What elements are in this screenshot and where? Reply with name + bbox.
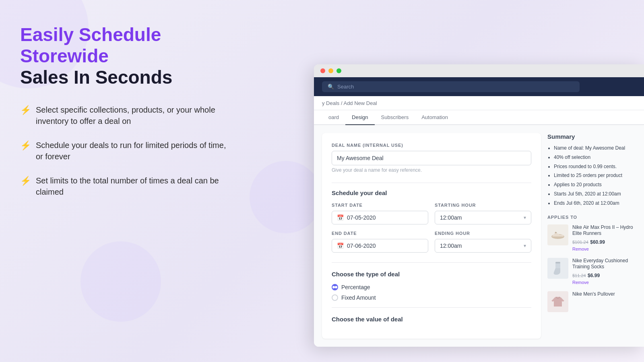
deal-name-group: DEAL NAME (INTERNAL USE) Give your deal … — [332, 143, 531, 173]
product-old-price-1: $101.24 — [572, 240, 588, 245]
deal-name-hint: Give your deal a name for easy reference… — [332, 167, 531, 173]
calendar-icon-end: 📅 — [337, 243, 344, 249]
remove-button-2[interactable]: Remove — [572, 280, 636, 285]
starting-hour-label: Starting Hour — [435, 203, 531, 208]
search-bar[interactable]: 🔍 Search — [322, 81, 580, 92]
radio-fixed-amount[interactable]: Fixed Amount — [332, 294, 531, 301]
product-old-price-2: $11.24 — [572, 273, 586, 278]
tab-bar: oard Design Subscribers Automation — [314, 110, 644, 125]
start-date-value: 07-05-2020 — [347, 214, 376, 221]
starting-hour-group: Starting Hour 12:00am ▾ — [435, 203, 531, 224]
svg-rect-2 — [555, 262, 560, 263]
feature-text-3: Set limits to the total number of times … — [36, 175, 229, 197]
tab-board[interactable]: oard — [322, 110, 345, 125]
feature-text-2: Schedule your deals to run for limited p… — [36, 140, 229, 162]
radio-percentage[interactable]: Percentage — [332, 284, 531, 290]
product-info-1: Nike Air Max Pros II – Hydro Elite Runne… — [572, 224, 636, 251]
lightning-icon-3: ⚡ — [20, 176, 31, 186]
end-date-value: 07-06-2020 — [347, 243, 376, 249]
chevron-down-icon-2: ▾ — [524, 243, 526, 249]
product-item-3: Nike Men's Pullover — [547, 291, 636, 312]
title-line-2: Sales In Seconds — [20, 67, 172, 88]
product-pricing-1: $101.24 $60.99 — [572, 238, 636, 245]
product-item-1: Nike Air Max Pros II – Hydro Elite Runne… — [547, 224, 636, 251]
ending-hour-value: 12:00am — [440, 243, 462, 249]
start-date-label: Start Date — [332, 203, 428, 208]
product-item-2: Nike Everyday Cushioned Training Socks $… — [547, 258, 636, 285]
applies-to-title: APPLIES TO — [547, 215, 636, 220]
radio-circle-percentage — [332, 284, 338, 290]
radio-label-fixed: Fixed Amount — [341, 294, 376, 301]
chevron-down-icon-1: ▾ — [524, 215, 526, 220]
product-pricing-2: $11.24 $6.99 — [572, 272, 636, 279]
window-minimize-dot[interactable] — [328, 68, 333, 73]
summary-panel: Summary Name of deal: My Awesome Deal 40… — [547, 133, 636, 339]
bg-decoration-3 — [250, 161, 322, 233]
window-maximize-dot[interactable] — [336, 68, 341, 73]
summary-item-5: Applies to 20 products — [554, 181, 636, 188]
feature-text-1: Select specific collections, products, o… — [36, 104, 229, 127]
summary-title: Summary — [547, 133, 636, 140]
nav-bar: 🔍 Search — [314, 77, 644, 96]
lightning-icon-2: ⚡ — [20, 140, 31, 151]
start-date-input[interactable]: 📅 07-05-2020 — [332, 211, 428, 224]
summary-list: Name of deal: My Awesome Deal 40% off se… — [547, 145, 636, 207]
breadcrumb-bar: y Deals / Add New Deal — [314, 96, 644, 110]
deal-value-section: Choose the value of deal — [332, 316, 531, 323]
product-info-3: Nike Men's Pullover — [572, 291, 636, 299]
product-thumb-3 — [547, 291, 568, 312]
window-close-dot[interactable] — [320, 68, 325, 73]
product-name-1: Nike Air Max Pros II – Hydro Elite Runne… — [572, 224, 636, 237]
deal-value-title: Choose the value of deal — [332, 316, 531, 323]
calendar-icon-start: 📅 — [337, 214, 344, 221]
feature-item-1: ⚡ Select specific collections, products,… — [20, 104, 229, 127]
product-new-price-1: $60.99 — [590, 239, 605, 245]
deal-type-section: Choose the type of deal Percentage Fixed… — [332, 271, 531, 301]
summary-item-4: Limited to 25 orders per product — [554, 172, 636, 179]
remove-button-1[interactable]: Remove — [572, 247, 636, 251]
tab-automation[interactable]: Automation — [415, 110, 454, 125]
summary-item-2: 40% off selection — [554, 154, 636, 161]
browser-chrome — [314, 64, 644, 77]
ending-hour-select[interactable]: 12:00am ▾ — [435, 239, 531, 253]
radio-circle-fixed — [332, 294, 338, 301]
content-area: DEAL NAME (INTERNAL USE) Give your deal … — [314, 125, 644, 347]
summary-item-6: Starts Jul 5th, 2020 at 12:00am — [554, 191, 636, 197]
schedule-grid: Start Date 📅 07-05-2020 Starting Hour 12… — [332, 203, 531, 253]
lightning-icon-1: ⚡ — [20, 105, 31, 115]
breadcrumb: y Deals / Add New Deal — [322, 100, 377, 106]
ending-hour-group: Ending Hour 12:00am ▾ — [435, 231, 531, 253]
product-name-3: Nike Men's Pullover — [572, 291, 636, 298]
feature-item-3: ⚡ Set limits to the total number of time… — [20, 175, 229, 197]
left-panel: Easily Schedule Storewide Sales In Secon… — [0, 0, 250, 362]
deal-name-label: DEAL NAME (INTERNAL USE) — [332, 143, 531, 148]
tab-design[interactable]: Design — [345, 110, 374, 125]
product-new-price-2: $6.99 — [588, 273, 600, 278]
radio-dot-percentage — [332, 286, 335, 288]
ending-hour-label: Ending Hour — [435, 231, 531, 236]
deal-name-input[interactable] — [332, 151, 531, 165]
title-line-1: Easily Schedule Storewide — [20, 24, 161, 66]
radio-label-percentage: Percentage — [341, 284, 370, 290]
summary-item-3: Prices rounded to 0.99 cents. — [554, 163, 636, 170]
form-section: DEAL NAME (INTERNAL USE) Give your deal … — [322, 133, 541, 339]
product-info-2: Nike Everyday Cushioned Training Socks $… — [572, 258, 636, 285]
schedule-group: Schedule your deal Start Date 📅 07-05-20… — [332, 189, 531, 253]
feature-item-2: ⚡ Schedule your deals to run for limited… — [20, 140, 229, 162]
starting-hour-value: 12:00am — [440, 214, 462, 221]
product-thumb-2 — [547, 258, 568, 279]
end-date-group: End Date 📅 07-06-2020 — [332, 231, 428, 253]
deal-type-title: Choose the type of deal — [332, 271, 531, 278]
product-thumb-1 — [547, 224, 568, 245]
divider-2 — [332, 262, 531, 263]
search-icon: 🔍 — [328, 84, 334, 90]
end-date-label: End Date — [332, 231, 428, 236]
end-date-input[interactable]: 📅 07-06-2020 — [332, 239, 428, 253]
product-name-2: Nike Everyday Cushioned Training Socks — [572, 258, 636, 270]
divider-3 — [332, 307, 531, 308]
tab-subscribers[interactable]: Subscribers — [375, 110, 415, 125]
divider-1 — [332, 183, 531, 183]
browser-window: 🔍 Search y Deals / Add New Deal oard Des… — [314, 64, 644, 347]
start-date-group: Start Date 📅 07-05-2020 — [332, 203, 428, 224]
starting-hour-select[interactable]: 12:00am ▾ — [435, 211, 531, 224]
